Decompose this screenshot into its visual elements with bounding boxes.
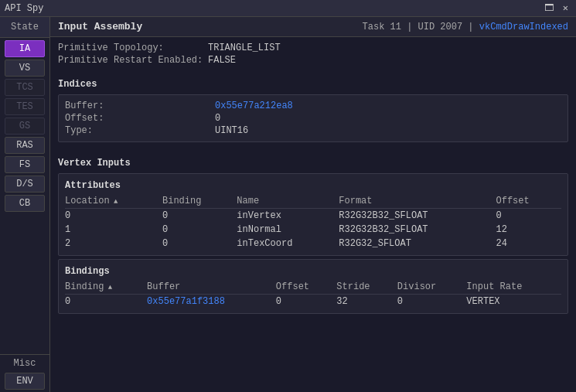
bind-col-stride[interactable]: Stride — [336, 280, 397, 295]
restart-row: Primitive Restart Enabled: FALSE — [58, 54, 568, 66]
attr-cell-name: inVertex — [237, 209, 339, 223]
titlebar-controls: 🗖 ✕ — [541, 2, 571, 14]
topology-row: Primitive Topology: TRIANGLE_LIST — [58, 42, 568, 54]
maximize-button[interactable]: 🗖 — [541, 2, 557, 14]
indices-subsection: Buffer: 0x55e77a212ea8 Offset: 0 Type: U… — [58, 94, 568, 142]
attr-cell-format: R32G32_SFLOAT — [339, 237, 496, 251]
attr-cell-name: inTexCoord — [237, 237, 339, 251]
attr-col-binding[interactable]: Binding — [162, 194, 237, 209]
buffer-label: Buffer: — [65, 101, 212, 111]
sidebar-btn-vs[interactable]: VS — [5, 60, 45, 77]
restart-value: FALSE — [208, 55, 236, 66]
sidebar-btn-env[interactable]: ENV — [5, 373, 45, 390]
attr-cell-offset: 0 — [496, 209, 561, 223]
bind-cell-input_rate: VERTEX — [466, 295, 561, 309]
attr-col-name[interactable]: Name — [237, 194, 339, 209]
table-row[interactable]: 00inVertexR32G32B32_SFLOAT0 — [65, 209, 561, 223]
sidebar-btn-fs[interactable]: FS — [5, 156, 45, 173]
offset-label: Offset: — [65, 113, 212, 124]
main-layout: State IAVSTCSTESGSRASFSD/SCB Misc ENV In… — [0, 17, 576, 392]
attr-cell-offset: 12 — [496, 223, 561, 237]
content-title: Input Assembly — [58, 21, 142, 32]
attributes-table: Location Binding Name Format Offset 00in… — [65, 194, 561, 251]
sidebar-btn-cb[interactable]: CB — [5, 195, 45, 212]
bind-cell-buffer[interactable]: 0x55e77a1f3188 — [147, 295, 276, 309]
sidebar-btn-tcs: TCS — [5, 79, 45, 96]
attr-cell-location: 1 — [65, 223, 162, 237]
meta-text: Task 11 | UID 2007 | — [363, 22, 479, 32]
table-row[interactable]: 00x55e77a1f31880320VERTEX — [65, 295, 561, 309]
bind-col-input-rate[interactable]: Input Rate — [466, 280, 561, 295]
topology-label: Primitive Topology: — [58, 43, 205, 53]
attr-cell-offset: 24 — [496, 237, 561, 251]
attr-cell-location: 0 — [65, 209, 162, 223]
bindings-subsection: Bindings Binding Buffer Offset Stride Di… — [58, 259, 568, 314]
bindings-title: Bindings — [65, 264, 561, 280]
sidebar-misc: Misc ENV — [0, 354, 49, 392]
bind-cell-offset: 0 — [276, 295, 336, 309]
close-button[interactable]: ✕ — [560, 2, 571, 14]
bindings-tbody: 00x55e77a1f31880320VERTEX — [65, 295, 561, 309]
attr-col-offset[interactable]: Offset — [496, 194, 561, 209]
attr-cell-binding: 0 — [162, 209, 237, 223]
app-title: API Spy — [5, 3, 43, 14]
attributes-title: Attributes — [65, 179, 561, 194]
bind-col-binding[interactable]: Binding — [65, 280, 147, 295]
type-value: UINT16 — [215, 125, 248, 136]
attr-col-location[interactable]: Location — [65, 194, 162, 209]
indices-section: Indices Buffer: 0x55e77a212ea8 Offset: 0… — [50, 71, 576, 150]
content-header: Input Assembly Task 11 | UID 2007 | vkCm… — [50, 17, 576, 37]
attr-cell-name: inNormal — [237, 223, 339, 237]
bind-col-buffer[interactable]: Buffer — [147, 280, 276, 295]
attr-col-format[interactable]: Format — [339, 194, 496, 209]
content-panel: Input Assembly Task 11 | UID 2007 | vkCm… — [50, 17, 576, 392]
bind-col-divisor[interactable]: Divisor — [397, 280, 467, 295]
buffer-value[interactable]: 0x55e77a212ea8 — [215, 101, 293, 111]
attr-cell-binding: 0 — [162, 237, 237, 251]
titlebar: API Spy 🗖 ✕ — [0, 0, 576, 17]
attributes-tbody: 00inVertexR32G32B32_SFLOAT010inNormalR32… — [65, 209, 561, 251]
restart-label: Primitive Restart Enabled: — [58, 55, 205, 66]
sidebar-btn-ras[interactable]: RAS — [5, 137, 45, 154]
attr-cell-binding: 0 — [162, 223, 237, 237]
vertex-inputs-title: Vertex Inputs — [58, 155, 568, 170]
offset-row: Offset: 0 — [65, 112, 561, 124]
attributes-subsection: Attributes Location Binding Name Format … — [58, 173, 568, 256]
topology-value: TRIANGLE_LIST — [208, 43, 281, 53]
bindings-header-row: Binding Buffer Offset Stride Divisor Inp… — [65, 280, 561, 295]
sidebar-misc-label: Misc — [0, 355, 49, 370]
bindings-table: Binding Buffer Offset Stride Divisor Inp… — [65, 280, 561, 308]
attributes-header-row: Location Binding Name Format Offset — [65, 194, 561, 209]
meta-link[interactable]: vkCmdDrawIndexed — [479, 22, 568, 32]
bind-col-offset[interactable]: Offset — [276, 280, 336, 295]
sidebar-btn-gs: GS — [5, 118, 45, 135]
sidebar-header: State — [0, 17, 49, 38]
properties-section: Primitive Topology: TRIANGLE_LIST Primit… — [50, 37, 576, 71]
sidebar: State IAVSTCSTESGSRASFSD/SCB Misc ENV — [0, 17, 50, 392]
type-label: Type: — [65, 125, 212, 136]
offset-value: 0 — [215, 113, 220, 124]
sidebar-btn-ds[interactable]: D/S — [5, 176, 45, 193]
vertex-inputs-section: Vertex Inputs Attributes Location Bindin… — [50, 150, 576, 322]
buffer-row: Buffer: 0x55e77a212ea8 — [65, 100, 561, 112]
bind-cell-binding: 0 — [65, 295, 147, 309]
attr-cell-location: 2 — [65, 237, 162, 251]
table-row[interactable]: 10inNormalR32G32B32_SFLOAT12 — [65, 223, 561, 237]
attr-cell-format: R32G32B32_SFLOAT — [339, 209, 496, 223]
attr-cell-format: R32G32B32_SFLOAT — [339, 223, 496, 237]
sidebar-buttons: IAVSTCSTESGSRASFSD/SCB — [0, 38, 49, 214]
type-row: Type: UINT16 — [65, 124, 561, 137]
content-meta: Task 11 | UID 2007 | vkCmdDrawIndexed — [363, 22, 568, 32]
sidebar-btn-tes: TES — [5, 98, 45, 115]
sidebar-btn-ia[interactable]: IA — [5, 40, 45, 57]
indices-title: Indices — [58, 76, 568, 91]
table-row[interactable]: 20inTexCoordR32G32_SFLOAT24 — [65, 237, 561, 251]
bind-cell-stride: 32 — [336, 295, 397, 309]
bind-cell-divisor: 0 — [397, 295, 467, 309]
